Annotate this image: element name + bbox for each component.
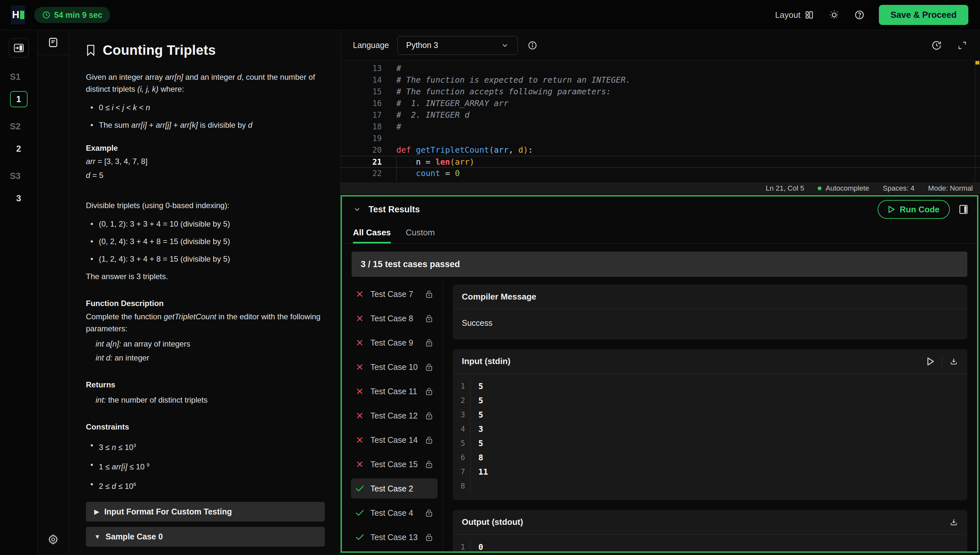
io-line-number: 2 bbox=[453, 396, 470, 404]
condition-item: The sum arr[i] + arr[j] + arr[k] is divi… bbox=[90, 119, 325, 131]
language-value: Python 3 bbox=[406, 40, 438, 50]
constraint-item: 2 ≤ d ≤ 106 bbox=[90, 478, 325, 492]
restore-history-button[interactable] bbox=[931, 40, 942, 51]
io-line-number: 3 bbox=[453, 411, 470, 419]
sample-case-collapse-bar[interactable]: ▼ Sample Case 0 bbox=[86, 527, 325, 547]
condition-item: 0 ≤ i < j < k < n bbox=[90, 101, 325, 114]
language-select[interactable]: Python 3 bbox=[397, 36, 518, 55]
constraints-heading: Constraints bbox=[86, 421, 325, 433]
constraint-item: 3 ≤ n ≤ 103 bbox=[90, 439, 325, 453]
language-info-button[interactable] bbox=[528, 40, 537, 50]
bookmark-icon[interactable] bbox=[86, 45, 96, 56]
test-case-label: Test Case 2 bbox=[370, 484, 433, 493]
line-content: def getTripletCount(arr, d): bbox=[382, 144, 980, 156]
problem-nav-1[interactable]: 1 bbox=[10, 91, 27, 107]
line-content bbox=[382, 133, 980, 144]
download-stdin-icon[interactable] bbox=[949, 357, 958, 366]
test-case-detail: Compiler Message Success Input (stdin) bbox=[443, 280, 977, 552]
parameters-list: int a[n]: an array of integersint d: an … bbox=[86, 338, 325, 364]
caret-right-icon: ▶ bbox=[94, 508, 99, 515]
test-case-row[interactable]: Test Case 12 bbox=[351, 406, 437, 426]
history-icon bbox=[931, 40, 942, 51]
test-case-row[interactable]: Test Case 2 bbox=[351, 478, 437, 499]
autocomplete-status[interactable]: Autocomplete bbox=[818, 184, 869, 192]
theme-toggle-button[interactable] bbox=[829, 10, 839, 20]
cursor-position[interactable]: Ln 21, Col 5 bbox=[766, 184, 804, 192]
pass-status bbox=[355, 534, 364, 541]
stdin-card: Input (stdin) 1525354355687118 bbox=[453, 349, 967, 500]
triplets-list: (0, 1, 2): 3 + 3 + 4 = 10 (divisible by … bbox=[86, 218, 325, 265]
example-line: arr = [3, 3, 4, 7, 8] bbox=[86, 155, 325, 167]
code-line-22: 22 count = 0 bbox=[341, 168, 980, 179]
code-line-20: 20def getTripletCount(arr, d): bbox=[341, 144, 980, 156]
layout-button[interactable]: Layout bbox=[775, 10, 814, 20]
io-line-value: 5 bbox=[471, 439, 483, 448]
download-stdout-icon[interactable] bbox=[949, 518, 958, 527]
play-stdin-icon[interactable] bbox=[926, 357, 935, 366]
returns-heading: Returns bbox=[86, 379, 325, 391]
compiler-message-body: Success bbox=[453, 309, 967, 339]
tab-all-cases[interactable]: All Cases bbox=[353, 222, 391, 244]
spaces-setting[interactable]: Spaces: 4 bbox=[883, 184, 914, 192]
settings-button[interactable] bbox=[47, 534, 59, 547]
gear-icon bbox=[47, 534, 59, 545]
test-case-row[interactable]: Test Case 14 bbox=[351, 430, 437, 450]
stdout-card: Output (stdout) 102 bbox=[453, 510, 967, 552]
expand-panel-button[interactable] bbox=[9, 38, 29, 58]
code-editor[interactable]: 13#14# The function is expected to retur… bbox=[341, 61, 980, 183]
lock-wrap bbox=[425, 533, 433, 541]
autocomplete-dot bbox=[818, 186, 821, 190]
test-case-label: Test Case 7 bbox=[370, 289, 419, 299]
editor-mode[interactable]: Mode: Normal bbox=[928, 184, 973, 192]
test-case-label: Test Case 4 bbox=[370, 508, 419, 518]
fullscreen-button[interactable] bbox=[957, 40, 967, 50]
io-line: 55 bbox=[453, 436, 967, 450]
test-case-label: Test Case 10 bbox=[370, 363, 419, 372]
input-format-collapse-bar[interactable]: ▶ Input Format For Custom Testing bbox=[86, 502, 325, 521]
io-line-value: 5 bbox=[471, 382, 483, 391]
stdin-heading: Input (stdin) bbox=[462, 356, 926, 366]
test-case-row[interactable]: Test Case 4 bbox=[351, 503, 437, 523]
io-line: 10 bbox=[453, 540, 967, 552]
chevron-down-icon bbox=[353, 205, 361, 213]
io-line: 25 bbox=[453, 393, 967, 407]
line-content: # 1. INTEGER_ARRAY arr bbox=[382, 98, 980, 109]
test-case-row[interactable]: Test Case 7 bbox=[351, 284, 437, 304]
code-line-21: 21 n = len(arr) bbox=[341, 156, 980, 168]
triplet-item: (0, 2, 4): 3 + 4 + 8 = 15 (divisible by … bbox=[90, 235, 325, 247]
test-case-row[interactable]: Test Case 13 bbox=[351, 527, 437, 547]
io-line-number: 8 bbox=[453, 482, 470, 490]
save-and-proceed-button[interactable]: Save & Proceed bbox=[879, 5, 968, 25]
collapse-results-button[interactable] bbox=[353, 205, 361, 213]
fail-x-icon bbox=[355, 436, 364, 444]
tool-rail bbox=[38, 30, 69, 555]
fail-status bbox=[355, 436, 364, 444]
fail-x-icon bbox=[355, 387, 364, 396]
test-case-row[interactable]: Test Case 9 bbox=[351, 333, 437, 353]
problem-nav-2[interactable]: 2 bbox=[10, 141, 27, 157]
io-line-value: 5 bbox=[471, 396, 483, 405]
triplet-item: (1, 2, 4): 3 + 4 + 8 = 15 (divisible by … bbox=[90, 253, 325, 265]
test-case-label: Test Case 14 bbox=[370, 435, 419, 445]
results-title: Test Results bbox=[368, 205, 420, 215]
side-panel-toggle-button[interactable] bbox=[959, 205, 968, 214]
io-line-number: 4 bbox=[453, 425, 470, 433]
test-case-row[interactable]: Test Case 10 bbox=[351, 357, 437, 377]
conditions-list: 0 ≤ i < j < k < nThe sum arr[i] + arr[j]… bbox=[86, 101, 325, 131]
test-case-row[interactable]: Test Case 15 bbox=[351, 454, 437, 474]
test-case-row[interactable]: Test Case 8 bbox=[351, 308, 437, 329]
answer-line: The answer is 3 triplets. bbox=[86, 270, 325, 282]
panel-expand-icon bbox=[14, 44, 24, 52]
tab-custom[interactable]: Custom bbox=[406, 222, 435, 244]
fail-status bbox=[355, 338, 364, 347]
problem-statement-button[interactable] bbox=[38, 30, 69, 55]
line-number: 13 bbox=[341, 63, 382, 74]
function-description-heading: Function Description bbox=[86, 297, 325, 309]
run-code-button[interactable]: Run Code bbox=[878, 200, 950, 219]
problem-nav-3[interactable]: 3 bbox=[10, 190, 27, 207]
test-case-row[interactable]: Test Case 11 bbox=[351, 381, 437, 401]
lock-icon bbox=[425, 363, 433, 371]
pass-status bbox=[355, 485, 364, 492]
help-button[interactable] bbox=[854, 10, 865, 20]
compiler-message-card: Compiler Message Success bbox=[453, 285, 967, 339]
